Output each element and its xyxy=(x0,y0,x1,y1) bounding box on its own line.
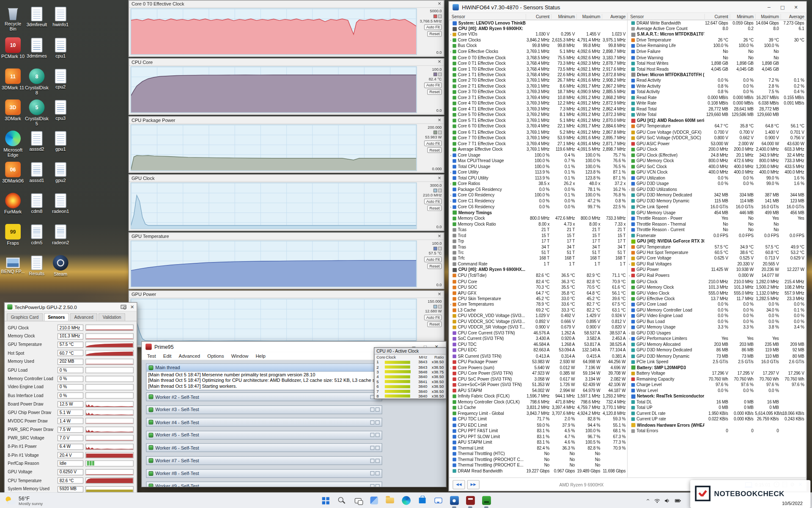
sensor-row[interactable]: Drive FailureNoNoNo xyxy=(628,49,806,55)
sensor-row[interactable]: Core 4 T1 Effective Clock3,769.3 MHz7.3 … xyxy=(449,106,627,112)
sensor-row[interactable]: Memory Clock800.0 MHz472.6 MHz800.0 MHz7… xyxy=(449,215,627,221)
sensor-row[interactable]: Frequency Limit - Global3,843.7 MHz3,707… xyxy=(449,411,627,417)
sensor-row[interactable]: CPU SOC70.3 °C35.5 °C70.5 °C61.6 °C xyxy=(449,284,627,290)
sensor-section-row[interactable]: S.M.A.R.T.: Micron MTFDKBA1T0TFH (2... xyxy=(628,32,806,38)
desktop-icon[interactable]: 99Fraps xyxy=(1,224,25,254)
sensor-section-row[interactable]: Battery: SMP L20M4PD3 xyxy=(628,365,806,371)
sensor-row[interactable]: ›Core Effective Clocks3,769.1 MHz5.1 MHz… xyxy=(449,49,627,55)
desktop-icon[interactable]: cdm8 xyxy=(25,193,49,223)
sensor-row[interactable]: Total CPU Utility113.9 %0.1 %123.8 %87.1… xyxy=(449,175,627,181)
sensor-row[interactable]: GPU Memory Controller Load0.0 %0.0 %34.0… xyxy=(628,307,806,313)
tab-validation[interactable]: Validation xyxy=(99,313,125,321)
maximize-icon[interactable] xyxy=(376,433,380,437)
gpuz-sensor-row[interactable]: GPU Temperature57.5 °C xyxy=(8,340,134,349)
sensor-row[interactable]: Trfc168 T168 T168 T168 T xyxy=(449,256,627,262)
sensor-row[interactable]: GPU D3D Memory Dynamic115 MB114 MB141 MB… xyxy=(628,198,806,204)
tab-sensors[interactable]: Sensors xyxy=(44,313,69,321)
restore-icon[interactable] xyxy=(370,446,375,450)
taskbar-gpu-z[interactable] xyxy=(480,494,492,507)
sensor-row[interactable]: Memory Clock Ratio8.00 x4.73 x8.00 x7.33… xyxy=(449,221,627,227)
gpuz-sensor-row[interactable]: Memory Controller Load0 % xyxy=(8,375,134,383)
menu-item-edit[interactable]: Edit xyxy=(159,353,175,358)
graph-window-titlebar[interactable]: GPU Power✕ xyxy=(129,291,444,298)
battery-icon[interactable] xyxy=(675,498,682,503)
desktop-icon[interactable]: cpu2 xyxy=(49,69,72,99)
sensor-row[interactable]: Max CPU/Thread Usage100.0 %0.7 %100.0 %7… xyxy=(449,158,627,164)
gpuz-sensor-row[interactable]: PerfCap ReasonIdle xyxy=(8,459,134,468)
gpuz-sensor-row[interactable]: Bus Interface Load0 % xyxy=(8,392,134,400)
sensor-row[interactable]: Drive Temperature26 °C26 °C39 °C30 °C xyxy=(628,37,806,43)
sensor-row[interactable]: CPU VDDCR_SR Voltage (SVI3 T...0.900 V0.… xyxy=(449,325,627,331)
desktop-icon[interactable]: radeon1 xyxy=(49,193,72,223)
sensor-row[interactable]: GPU Utilization0.0 %0.0 %99.0 %1.6 % xyxy=(628,175,806,181)
minimize-icon[interactable]: ─ xyxy=(762,4,776,9)
sensor-row[interactable]: Trc51 T51 T51 T51 T xyxy=(449,250,627,256)
sensor-row[interactable]: DRAM Read Bandwidth19.227 Gbps0.967 Gbps… xyxy=(449,468,627,474)
sensor-row[interactable]: Trp17 T17 T17 T17 T xyxy=(449,238,627,244)
restore-icon[interactable] xyxy=(370,471,375,475)
sensor-row[interactable]: ›Core Powers (sum)5.640 W0.012 W7.196 W4… xyxy=(449,365,627,371)
menu-item-options[interactable]: Options xyxy=(204,353,228,358)
sensor-section-row[interactable]: CPU [#0]: AMD Ryzen 9 6900HX... xyxy=(449,267,627,273)
sensor-row[interactable]: GPU Memory Usage3.3 %3.3 %3.8 %3.4 % xyxy=(628,325,806,331)
sensor-row[interactable]: CPU Package Power53.983 W2.930 W64.998 W… xyxy=(449,359,627,365)
desktop-icon[interactable]: 3D3DMark xyxy=(1,99,25,130)
desktop-icon[interactable]: 8CrystalDisk 8 xyxy=(25,69,49,99)
worker-window-titlebar[interactable]: Worker #5 - Self-Test xyxy=(146,431,382,439)
sensor-row[interactable]: Total Host Writes1,898 GB1,898 GB1,898 G… xyxy=(628,61,806,66)
desktop-icon[interactable]: cdm5 xyxy=(25,224,49,254)
gpuz-sensor-row[interactable]: GPU Clock210.0 MHz xyxy=(8,323,134,332)
close-icon[interactable]: ✕ xyxy=(438,176,441,180)
sensor-section-row[interactable]: GPU [#1]: AMD Radeon 600M series: xyxy=(628,118,806,124)
sensor-row[interactable]: Wear Level0.0 %0.0 %0.0 % xyxy=(628,388,806,394)
sensor-row[interactable]: APU GFX64.7 °C35.8 °C64.8 °C56.1 °C xyxy=(449,290,627,296)
sensor-row[interactable]: APU STAPM Limit83.1 %4.6 %100.5 %77.3 % xyxy=(449,439,627,445)
mainthread-window[interactable]: Main thread [Main thread Oct 5 18:47] Me… xyxy=(146,363,382,390)
maximize-icon[interactable] xyxy=(376,408,380,412)
sensor-row[interactable]: ›Core Ratios38.5 x26.2 x48.0 x37.2 x xyxy=(449,181,627,187)
desktop-icon[interactable]: gpu2 xyxy=(49,162,72,192)
sensor-row[interactable]: CPU VDDCR_SOC Voltage (SVI3...0.892 V0.6… xyxy=(449,319,627,325)
sensor-row[interactable]: Total DL16 MB0 MB16 MB xyxy=(628,399,806,405)
tab-advanced[interactable]: Advanced xyxy=(70,313,98,321)
sensor-row[interactable]: Command Rate1 T1 T1 T1 T xyxy=(449,261,627,267)
desktop-icon[interactable]: Results xyxy=(25,255,49,285)
sensor-row[interactable]: Throttle Reason - PowerYesNoYesYes xyxy=(628,215,806,221)
gpuz-titlebar[interactable]: TechPowerUp GPU-Z 2.50.0 ✕ xyxy=(5,303,137,312)
gpuz-sensor-row[interactable]: Video Engine Load0 % xyxy=(8,383,134,392)
maximize-icon[interactable] xyxy=(376,484,380,487)
sensor-row[interactable]: CPU PPT SLOW Limit83.1 %4.7 %96.7 %67.3 … xyxy=(449,433,627,439)
reset-button[interactable]: Reset xyxy=(428,321,442,327)
menu-item-help[interactable]: Help xyxy=(252,353,269,358)
sensor-row[interactable]: ›GPU Rail Powers0.000 W14.077 W xyxy=(628,273,806,279)
graph-window-titlebar[interactable]: Core 0 T0 Effective Clock✕ xyxy=(129,0,444,8)
sensor-section-row[interactable]: Network: RealTek Semiconductor, Devic... xyxy=(628,393,806,399)
sensor-row[interactable]: Total Errors000 xyxy=(628,428,806,434)
sensor-row[interactable]: ›Core Clocks3,846.2 MHz2,615.3 MHz4,791.… xyxy=(449,37,627,43)
sensor-row[interactable]: Core 6 T1 Effective Clock3,769.1 MHz5.2 … xyxy=(449,129,627,135)
hwinfo-titlebar[interactable]: HWiNFO64 v7.30-4870 - Sensors Status ─ □… xyxy=(449,2,807,13)
sensor-row[interactable]: CPU EDC82.663 A53.094 A132.149 A77.104 A xyxy=(449,348,627,353)
sensor-row[interactable]: Read Rate0.000 MB/s0.000 MB/s16.207 MB/s… xyxy=(628,95,806,101)
sensor-row[interactable]: CPU Core Current (SVI3 TFN)46.576 A1.262… xyxy=(449,330,627,336)
sensor-section-row[interactable]: Memory Timings xyxy=(449,210,627,215)
sensor-row[interactable]: GPU Clock (Effective)24.8 MHz20.1 MHz343… xyxy=(628,152,806,158)
sensor-row[interactable]: ›Core Utility113.9 %0.1 %123.8 %87.1 % xyxy=(449,169,627,175)
sensor-row[interactable]: GPU Hot Spot Temperature60.5 °C38.6 °C60… xyxy=(628,250,806,256)
sensor-row[interactable]: Core 7 T1 Effective Clock3,769.4 MHz27.1… xyxy=(449,141,627,147)
sensor-row[interactable]: Tras34 T34 T34 T34 T xyxy=(449,244,627,250)
restore-icon[interactable] xyxy=(370,408,375,412)
sensor-row[interactable]: Core 7 T0 Effective Clock3,769.1 MHz53.9… xyxy=(449,135,627,141)
gpuz-sensor-row[interactable]: Hot Spot60.7 °C xyxy=(8,349,134,357)
tray-expand-icon[interactable]: ^ xyxy=(646,498,650,503)
gpuz-sensor-row[interactable]: PWR_SRC Voltage7.0 V xyxy=(8,434,134,442)
sensor-row[interactable]: GPU SoC Clock400.0 MHz400.0 MHz1,200.0 M… xyxy=(628,164,806,170)
weather-widget[interactable]: 56°F Mostly sunny xyxy=(0,495,48,505)
sensor-row[interactable]: Core 0 T1 Effective Clock3,768.4 MHz73.3… xyxy=(449,61,627,66)
gpuz-sensor-row[interactable]: 8-Pin #1 Voltage20.4 V xyxy=(8,451,134,459)
desktop-icon[interactable]: hwinfo1 xyxy=(49,6,72,36)
mainthread-titlebar[interactable]: Main thread xyxy=(147,364,382,372)
sensor-row[interactable]: CPU Skin Temperature45.2 °C33.0 °C45.2 °… xyxy=(449,296,627,302)
volume-icon[interactable] xyxy=(664,498,671,503)
maximize-icon[interactable]: □ xyxy=(776,4,789,9)
